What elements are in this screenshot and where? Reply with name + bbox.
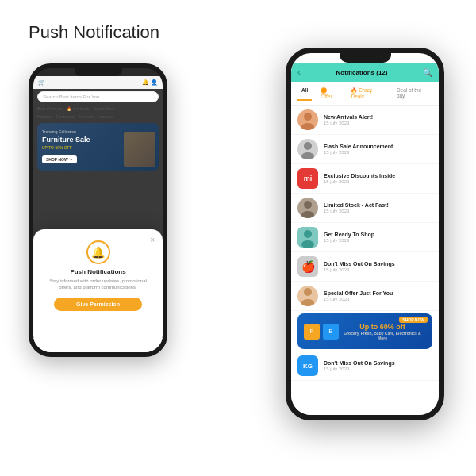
svg-point-9: [301, 299, 314, 306]
app-logo: 🛒: [38, 79, 45, 86]
notif-content-5: Get Ready To Shop 15 july 2023: [324, 232, 374, 243]
tab-all[interactable]: All: [298, 86, 312, 101]
notifications-title: Notifications (12): [336, 69, 388, 76]
search-icon[interactable]: 🔍: [423, 68, 432, 77]
ad-sub: Grocery, Fresh, Baby Care, Electronics &…: [339, 331, 426, 340]
header-icons: 🔔 👤: [142, 79, 158, 86]
cat-1: Best of the day: [37, 106, 63, 111]
bell-icon: 🔔: [86, 240, 110, 264]
avatar-2: [298, 139, 318, 159]
nav-4[interactable]: Furniture: [98, 114, 113, 119]
svg-point-1: [301, 123, 314, 130]
notif-title-4: Limited Stock - Act Fast!: [324, 202, 389, 208]
categories-row: Best of the day 🔥 Hot Deals Best Sellers: [33, 105, 163, 113]
push-notification-modal: × 🔔 Push Notifications Stay informed wit…: [33, 229, 163, 357]
notif-item-6[interactable]: 🍎 Don't Miss Out On Savings 15 july 2023: [291, 252, 439, 282]
tab-deal-of-day[interactable]: Deal of the day: [393, 86, 432, 101]
page-title: Push Notification: [29, 22, 159, 43]
right-phone-notch: [340, 53, 391, 63]
shop-now-button[interactable]: SHOP NOW →: [42, 155, 77, 163]
notif-date-5: 15 july 2023: [324, 238, 374, 243]
right-phone-screen: ‹ Notifications (12) 🔍 All 🟠 Offer 🔥 Cra…: [291, 63, 439, 420]
app-header: 🛒 🔔 👤: [33, 76, 163, 89]
notif-item-3[interactable]: mi Exclusive Discounts Inside 15 july 20…: [291, 164, 439, 194]
left-phone-screen: 🛒 🔔 👤 Search Best Items For You... Best …: [33, 76, 163, 357]
search-bar[interactable]: Search Best Items For You...: [37, 91, 159, 102]
svg-point-3: [301, 152, 314, 159]
nav-1[interactable]: Hobbies: [37, 114, 52, 119]
notif-date-6: 15 july 2023: [324, 267, 395, 272]
svg-point-6: [304, 230, 312, 238]
tab-crazy-deals[interactable]: 🔥 Crazy Deals: [347, 86, 387, 101]
notif-title-6: Don't Miss Out On Savings: [324, 261, 395, 267]
left-phone-notch: [75, 68, 122, 76]
notif-content-6: Don't Miss Out On Savings 15 july 2023: [324, 261, 395, 272]
filter-tabs: All 🟠 Offer 🔥 Crazy Deals Deal of the da…: [291, 82, 439, 106]
modal-close-button[interactable]: ×: [150, 236, 155, 244]
notifications-list: New Arrivals Alert! 15 july 2023 Flash S…: [291, 106, 439, 381]
nav-3[interactable]: Camera: [79, 114, 94, 119]
nav-tabs: Hobbies Electronics Camera Furniture: [33, 113, 163, 121]
avatar-7: [298, 286, 318, 306]
avatar-3-mi: mi: [298, 168, 318, 189]
search-placeholder: Search Best Items For You...: [43, 94, 103, 99]
notif-content-4: Limited Stock - Act Fast! 15 july 2023: [324, 202, 389, 213]
avatar-1: [298, 109, 318, 130]
ad-shop-badge[interactable]: SHOP NOW: [399, 317, 428, 323]
svg-point-4: [304, 201, 312, 209]
notif-item-8[interactable]: KG Don't Miss Out On Savings 15 july 202…: [291, 351, 439, 381]
notif-title-2: Flash Sale Announcement: [324, 144, 393, 149]
nav-2[interactable]: Electronics: [56, 114, 75, 119]
notif-item-4[interactable]: Limited Stock - Act Fast! 15 july 2023: [291, 194, 439, 223]
banner-ad: F B Up to 60% off Grocery, Fresh, Baby C…: [298, 313, 432, 349]
ad-discount: Up to 60% off: [339, 323, 426, 331]
promo-banner: Trending Collection Furniture Sale UP TO…: [37, 123, 159, 171]
notif-date-8: 15 july 2023: [324, 367, 395, 371]
left-phone: 🛒 🔔 👤 Search Best Items For You... Best …: [29, 63, 167, 357]
notif-item-7[interactable]: Special Offer Just For You 15 july 2023: [291, 282, 439, 311]
banner-furniture-image: [124, 132, 155, 167]
banner-ad-text: Up to 60% off Grocery, Fresh, Baby Care,…: [339, 323, 426, 340]
notif-title-8: Don't Miss Out On Savings: [324, 360, 395, 366]
give-permission-button[interactable]: Give Permission: [54, 298, 142, 311]
svg-point-5: [301, 211, 314, 218]
ad-brand-2: B: [323, 324, 339, 340]
notif-content-8: Don't Miss Out On Savings 15 july 2023: [324, 360, 395, 371]
notif-date-3: 15 july 2023: [324, 179, 395, 184]
notifications-header: ‹ Notifications (12) 🔍: [291, 63, 439, 82]
avatar-8-kg: KG: [298, 355, 318, 376]
modal-description: Stay informed with order updates, promot…: [44, 278, 152, 291]
notif-title-5: Get Ready To Shop: [324, 232, 374, 237]
notif-content-2: Flash Sale Announcement 15 july 2023: [324, 144, 393, 155]
notif-content-3: Exclusive Discounts Inside 15 july 2023: [324, 173, 395, 184]
notif-content-7: Special Offer Just For You 15 july 2023: [324, 290, 393, 301]
notif-date-4: 15 july 2023: [324, 209, 389, 213]
notif-date-2: 15 july 2023: [324, 150, 393, 155]
notif-title-3: Exclusive Discounts Inside: [324, 173, 395, 178]
notif-date-1: 15 july 2023: [324, 121, 373, 125]
avatar-5: [298, 227, 318, 248]
cat-2: 🔥 Hot Deals: [67, 106, 90, 111]
right-phone: ‹ Notifications (12) 🔍 All 🟠 Offer 🔥 Cra…: [286, 48, 444, 420]
tab-offer[interactable]: 🟠 Offer: [317, 86, 342, 101]
avatar-6-apple: 🍎: [298, 256, 318, 277]
notif-title-7: Special Offer Just For You: [324, 290, 393, 296]
notif-item-1[interactable]: New Arrivals Alert! 15 july 2023: [291, 106, 439, 135]
notif-item-5[interactable]: Get Ready To Shop 15 july 2023: [291, 223, 439, 252]
notif-item-2[interactable]: Flash Sale Announcement 15 july 2023: [291, 135, 439, 164]
ad-brand-1: F: [304, 324, 320, 340]
cat-3: Best Sellers: [94, 106, 115, 111]
notif-title-1: New Arrivals Alert!: [324, 114, 373, 120]
modal-title: Push Notifications: [70, 268, 125, 275]
avatar-4: [298, 198, 318, 218]
svg-point-7: [301, 240, 314, 248]
svg-point-8: [304, 288, 312, 296]
svg-point-2: [304, 142, 312, 150]
notif-content-1: New Arrivals Alert! 15 july 2023: [324, 114, 373, 125]
notif-date-7: 15 july 2023: [324, 297, 393, 301]
back-button[interactable]: ‹: [298, 67, 301, 78]
svg-point-0: [304, 113, 312, 121]
